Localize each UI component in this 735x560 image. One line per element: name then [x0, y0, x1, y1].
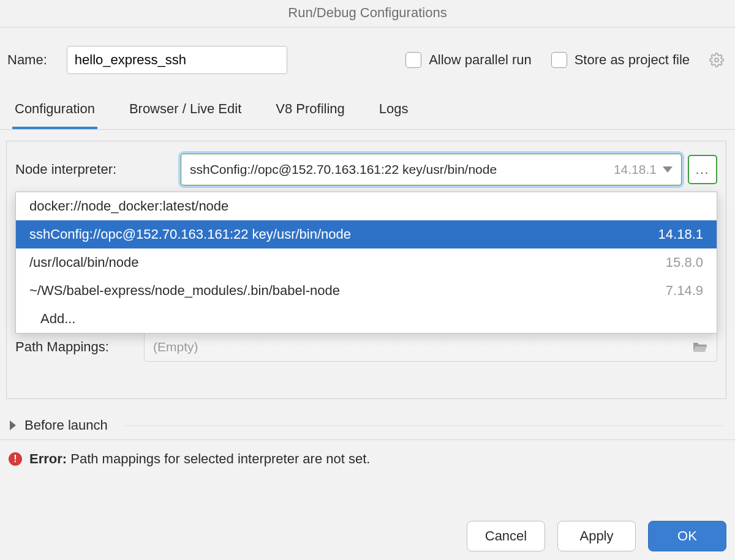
- tab-v8-profiling[interactable]: V8 Profiling: [273, 92, 347, 129]
- config-panel: Node interpreter: sshConfig://opc@152.70…: [6, 141, 726, 399]
- error-prefix: Error:: [29, 451, 67, 466]
- store-project-label: Store as project file: [575, 52, 690, 68]
- tab-browser-live-edit[interactable]: Browser / Live Edit: [127, 92, 244, 129]
- error-message: Path mappings for selected interpreter a…: [67, 451, 370, 466]
- before-launch-section[interactable]: Before launch: [0, 399, 735, 439]
- dropdown-item-label: /usr/local/bin/node: [29, 255, 139, 271]
- checkbox-icon: [551, 52, 567, 68]
- node-interpreter-label: Node interpreter:: [15, 162, 181, 177]
- node-interpreter-value: sshConfig://opc@152.70.163.161:22 key/us…: [190, 162, 608, 177]
- node-interpreter-select[interactable]: sshConfig://opc@152.70.163.161:22 key/us…: [181, 154, 682, 185]
- dropdown-add-label: Add...: [40, 311, 75, 327]
- error-bar: ! Error: Path mappings for selected inte…: [0, 439, 735, 478]
- tab-logs[interactable]: Logs: [377, 92, 411, 129]
- tabs: Configuration Browser / Live Edit V8 Pro…: [0, 92, 735, 130]
- dialog-button-row: Cancel Apply OK: [467, 521, 726, 551]
- dropdown-item-label: docker://node_docker:latest/node: [29, 198, 228, 214]
- allow-parallel-checkbox[interactable]: Allow parallel run: [405, 52, 532, 68]
- separator: [125, 425, 723, 426]
- dropdown-item-version: 7.14.9: [666, 283, 703, 299]
- folder-open-icon[interactable]: [692, 341, 708, 353]
- svg-point-0: [715, 58, 718, 62]
- allow-parallel-label: Allow parallel run: [429, 52, 532, 68]
- dropdown-item-label: sshConfig://opc@152.70.163.161:22 key/us…: [29, 226, 351, 242]
- path-mappings-field[interactable]: (Empty): [144, 332, 717, 362]
- chevron-right-icon: [10, 420, 16, 430]
- cancel-button[interactable]: Cancel: [467, 521, 545, 551]
- dialog-title: Run/Debug Configurations: [0, 0, 735, 28]
- dropdown-item-version: 14.18.1: [658, 226, 703, 242]
- path-mappings-value: (Empty): [153, 340, 198, 354]
- checkbox-icon: [405, 52, 421, 68]
- path-mappings-label: Path Mappings:: [15, 339, 138, 355]
- name-label: Name:: [7, 52, 47, 68]
- node-interpreter-browse-button[interactable]: ...: [688, 155, 717, 184]
- before-launch-label: Before launch: [24, 417, 108, 433]
- dropdown-add-item[interactable]: Add...: [16, 305, 717, 333]
- ok-button[interactable]: OK: [648, 521, 726, 551]
- node-interpreter-version: 14.18.1: [614, 162, 657, 177]
- name-row: Name: Allow parallel run Store as projec…: [0, 28, 735, 92]
- chevron-down-icon: [663, 166, 673, 173]
- dropdown-item-label: ~/WS/babel-express/node_modules/.bin/bab…: [29, 283, 340, 299]
- apply-button[interactable]: Apply: [557, 521, 636, 551]
- interpreter-dropdown: docker://node_docker:latest/node sshConf…: [15, 192, 717, 334]
- tab-configuration[interactable]: Configuration: [12, 92, 97, 129]
- dropdown-item-version: 15.8.0: [666, 255, 703, 271]
- dropdown-item[interactable]: /usr/local/bin/node 15.8.0: [16, 248, 717, 277]
- dropdown-item[interactable]: docker://node_docker:latest/node: [16, 192, 717, 220]
- name-input[interactable]: [67, 46, 287, 74]
- dropdown-item[interactable]: sshConfig://opc@152.70.163.161:22 key/us…: [16, 220, 717, 248]
- dropdown-item[interactable]: ~/WS/babel-express/node_modules/.bin/bab…: [16, 277, 717, 305]
- error-icon: !: [9, 452, 22, 466]
- gear-icon[interactable]: [709, 53, 724, 67]
- store-project-checkbox[interactable]: Store as project file: [551, 52, 690, 68]
